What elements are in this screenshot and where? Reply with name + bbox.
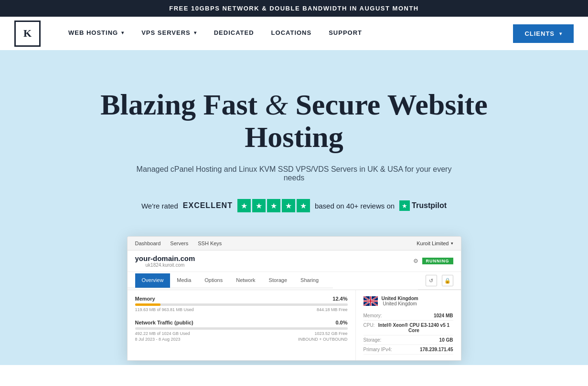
spec-storage: Storage: 10 GB — [363, 335, 453, 345]
uk-flag-icon — [363, 296, 378, 306]
memory-progress-bar — [135, 303, 348, 306]
memory-used: 119.63 MB of 963.81 MB Used — [135, 307, 194, 312]
rated-text: We're rated — [141, 202, 178, 210]
cpu-spec-val: Intel® Xeon® CPU E3-1240 v5 1 Core — [374, 323, 453, 333]
nav-dedicated[interactable]: DEDICATED — [205, 17, 263, 50]
network-pct: 0.0% — [335, 320, 347, 325]
network-progress-bar — [135, 327, 348, 330]
spec-memory: Memory: 1024 MB — [363, 311, 453, 321]
lock-icon[interactable]: 🔒 — [442, 275, 453, 286]
status-badge: RUNNING — [422, 258, 453, 264]
tab-sharing[interactable]: Sharing — [294, 273, 325, 288]
trustpilot-icon: ★ — [399, 200, 410, 211]
network-metric: Network Traffic (public) 0.0% 492.22 MB … — [135, 320, 348, 342]
logo[interactable]: K — [14, 21, 41, 47]
star-4: ★ — [282, 199, 295, 212]
clients-button[interactable]: CLIENTS ▾ — [513, 24, 574, 43]
trustpilot-logo-text: Trustpilot — [412, 201, 447, 210]
network-date: 8 Jul 2023 - 8 Aug 2023 — [135, 337, 181, 342]
tab-overview[interactable]: Overview — [135, 273, 171, 288]
spec-cpu: CPU: Intel® Xeon® CPU E3-1240 v5 1 Core — [363, 321, 453, 335]
cpu-spec-label: CPU: — [363, 323, 375, 333]
memory-pct: 12.4% — [332, 296, 347, 302]
star-5: ★ — [297, 199, 310, 212]
trustpilot-stars: ★ ★ ★ ★ ★ — [237, 199, 310, 212]
star-1: ★ — [237, 199, 251, 212]
dash-info-panel: United Kingdom United Kingdom Memory: 10… — [356, 290, 461, 360]
dash-account[interactable]: Kuroit Limited ▾ — [417, 240, 453, 246]
region-name: United Kingdom — [382, 301, 418, 306]
dash-domain: your-domain.com — [135, 254, 195, 262]
star-2: ★ — [252, 199, 266, 212]
dashboard-preview: Dashboard Servers SSH Keys Kuroit Limite… — [127, 236, 461, 361]
storage-spec-val: 10 GB — [439, 337, 453, 343]
hero-subtitle: Managed cPanel Hosting and Linux KVM SSD… — [127, 165, 461, 182]
ipv4-spec-val: 178.239.171.45 — [420, 347, 453, 352]
dash-nav-servers[interactable]: Servers — [170, 240, 188, 246]
nav-links: WEB HOSTING ▾ VPS SERVERS ▾ DEDICATED LO… — [60, 17, 513, 50]
dash-header: Dashboard Servers SSH Keys Kuroit Limite… — [128, 237, 461, 250]
ampersand: & — [265, 88, 296, 121]
gear-icon[interactable]: ⚙ — [413, 258, 418, 264]
chevron-down-icon: ▾ — [121, 30, 124, 35]
chevron-down-icon: ▾ — [194, 30, 197, 35]
dash-metrics-panel: Memory 12.4% 119.63 MB of 963.81 MB Used… — [128, 290, 356, 360]
chevron-down-icon: ▾ — [451, 241, 453, 246]
navbar: K WEB HOSTING ▾ VPS SERVERS ▾ DEDICATED … — [0, 17, 588, 50]
tab-storage[interactable]: Storage — [262, 273, 294, 288]
tab-options[interactable]: Options — [198, 273, 229, 288]
trustpilot-row: We're rated EXCELLENT ★ ★ ★ ★ ★ based on… — [10, 199, 578, 212]
promo-banner: FREE 10GBPS NETWORK & DOUBLE BANDWIDTH I… — [0, 0, 588, 17]
memory-progress-fill — [135, 303, 160, 306]
hero-section: Blazing Fast & Secure Website Hosting Ma… — [0, 50, 588, 365]
star-3: ★ — [267, 199, 280, 212]
location-row: United Kingdom United Kingdom — [363, 296, 453, 306]
dash-content: Memory 12.4% 119.63 MB of 963.81 MB Used… — [128, 290, 461, 360]
logo-text: K — [23, 27, 32, 40]
spec-ipv4: Primary IPv4: 178.239.171.45 — [363, 345, 453, 355]
nav-locations[interactable]: LOCATIONS — [263, 17, 321, 50]
dash-domain-row: your-domain.com uk1824.kuroit.com ⚙ RUNN… — [128, 250, 461, 272]
memory-free: 844.18 MB Free — [317, 307, 348, 312]
dash-tabs: Overview Media Options Network Storage S… — [128, 273, 333, 288]
memory-label: Memory — [135, 296, 155, 302]
dash-action-icons: ↺ 🔒 — [418, 272, 461, 290]
dash-domain-info: your-domain.com uk1824.kuroit.com — [135, 254, 195, 268]
network-free: 1023.52 GB Free — [314, 331, 347, 336]
tab-network[interactable]: Network — [229, 273, 262, 288]
dashboard-screenshot: Dashboard Servers SSH Keys Kuroit Limite… — [127, 236, 461, 361]
country-name: United Kingdom — [382, 296, 418, 301]
nav-vps-servers[interactable]: VPS SERVERS ▾ — [133, 17, 205, 50]
hero-title: Blazing Fast & Secure Website Hosting — [91, 88, 497, 153]
trustpilot-excellent: EXCELLENT — [183, 201, 233, 210]
dash-domain-right: ⚙ RUNNING — [413, 258, 453, 264]
dash-nav-dashboard[interactable]: Dashboard — [135, 240, 161, 246]
ipv4-spec-label: Primary IPv4: — [363, 347, 392, 352]
nav-web-hosting[interactable]: WEB HOSTING ▾ — [60, 17, 133, 50]
nav-support[interactable]: SUPPORT — [320, 17, 371, 50]
memory-spec-val: 1024 MB — [434, 313, 453, 318]
memory-metric: Memory 12.4% 119.63 MB of 963.81 MB Used… — [135, 296, 348, 312]
based-on-text: based on 40+ reviews on — [315, 202, 395, 210]
dash-domain-sub: uk1824.kuroit.com — [135, 262, 195, 268]
memory-spec-label: Memory: — [363, 313, 382, 318]
dash-nav-ssh-keys[interactable]: SSH Keys — [198, 240, 222, 246]
trustpilot-logo[interactable]: ★ Trustpilot — [399, 200, 447, 211]
storage-spec-label: Storage: — [363, 337, 382, 343]
tab-media[interactable]: Media — [170, 273, 198, 288]
svg-rect-8 — [370, 296, 371, 306]
refresh-icon[interactable]: ↺ — [426, 275, 437, 286]
network-direction: INBOUND + OUTBOUND — [298, 337, 347, 342]
chevron-down-icon: ▾ — [559, 31, 562, 36]
network-used: 492.22 MB of 1024 GB Used — [135, 331, 190, 336]
network-label: Network Traffic (public) — [135, 320, 193, 325]
